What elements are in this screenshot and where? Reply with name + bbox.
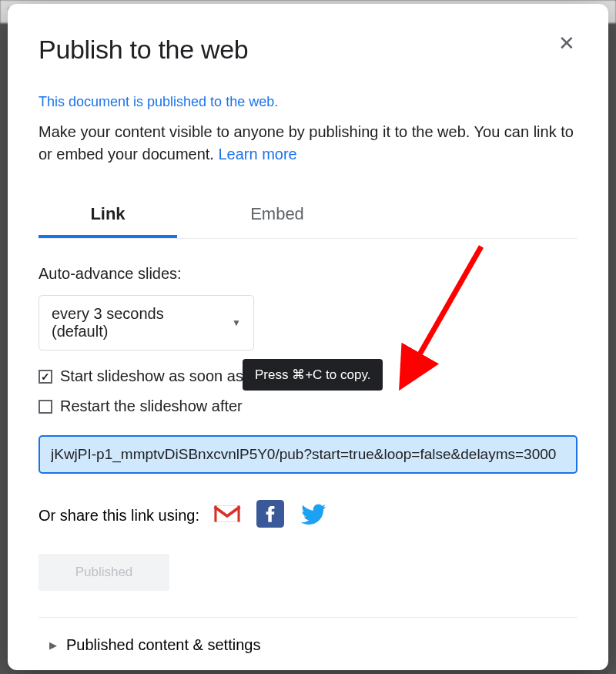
twitter-icon bbox=[300, 500, 327, 531]
restart-slideshow-checkbox[interactable] bbox=[38, 400, 52, 414]
gmail-share-button[interactable] bbox=[212, 500, 243, 531]
tab-embed[interactable]: Embed bbox=[208, 193, 346, 238]
divider bbox=[38, 617, 578, 618]
learn-more-link[interactable]: Learn more bbox=[218, 146, 296, 163]
copy-tooltip: Press ⌘+C to copy. bbox=[243, 359, 383, 391]
facebook-share-button[interactable] bbox=[255, 500, 286, 531]
publish-url-input[interactable] bbox=[38, 435, 578, 474]
auto-advance-select[interactable]: every 3 seconds (default) ▼ bbox=[38, 295, 254, 350]
restart-slideshow-label: Restart the slideshow after bbox=[60, 397, 243, 415]
tab-link[interactable]: Link bbox=[38, 193, 177, 238]
published-content-expander[interactable]: ▶ Published content & settings bbox=[38, 636, 578, 654]
description-text: Make your content visible to anyone by p… bbox=[38, 123, 574, 163]
gmail-icon bbox=[213, 500, 241, 531]
twitter-share-button[interactable] bbox=[298, 500, 329, 531]
auto-advance-label: Auto-advance slides: bbox=[38, 265, 578, 283]
restart-slideshow-row: Restart the slideshow after bbox=[38, 397, 578, 415]
share-row: Or share this link using: bbox=[38, 500, 578, 531]
select-value: every 3 seconds (default) bbox=[52, 305, 223, 340]
expander-label: Published content & settings bbox=[66, 636, 260, 654]
close-icon: ✕ bbox=[558, 32, 575, 55]
start-slideshow-checkbox[interactable] bbox=[38, 370, 52, 384]
dialog-description: Make your content visible to anyone by p… bbox=[38, 121, 578, 166]
publish-status-link[interactable]: This document is published to the web. bbox=[38, 94, 578, 110]
published-button: Published bbox=[38, 554, 169, 591]
caret-down-icon: ▼ bbox=[232, 317, 241, 328]
share-label: Or share this link using: bbox=[38, 507, 199, 525]
triangle-right-icon: ▶ bbox=[49, 639, 57, 651]
publish-dialog: Publish to the web ✕ This document is pu… bbox=[8, 4, 608, 670]
dialog-title: Publish to the web bbox=[38, 35, 248, 65]
facebook-icon bbox=[256, 500, 284, 531]
tabs: Link Embed bbox=[38, 193, 578, 239]
close-button[interactable]: ✕ bbox=[556, 35, 578, 56]
